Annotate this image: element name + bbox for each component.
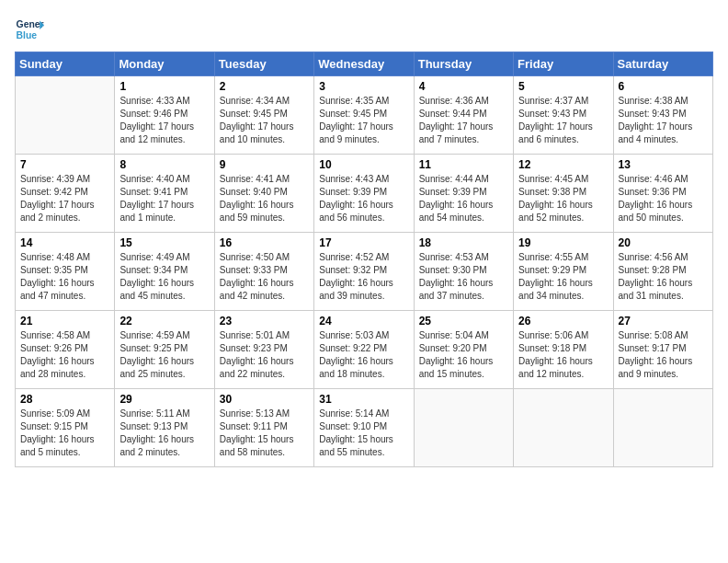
calendar-cell: 7Sunrise: 4:39 AM Sunset: 9:42 PM Daylig…	[16, 155, 115, 233]
day-info: Sunrise: 4:39 AM Sunset: 9:42 PM Dayligh…	[20, 173, 109, 224]
day-number: 18	[419, 236, 508, 249]
calendar-cell: 28Sunrise: 5:09 AM Sunset: 9:15 PM Dayli…	[16, 389, 115, 467]
day-info: Sunrise: 4:43 AM Sunset: 9:39 PM Dayligh…	[319, 173, 408, 224]
calendar-cell	[16, 76, 115, 155]
calendar-week-row: 21Sunrise: 4:58 AM Sunset: 9:26 PM Dayli…	[16, 311, 713, 389]
day-info: Sunrise: 5:03 AM Sunset: 9:22 PM Dayligh…	[319, 329, 408, 381]
day-info: Sunrise: 5:01 AM Sunset: 9:23 PM Dayligh…	[220, 329, 309, 381]
day-info: Sunrise: 4:56 AM Sunset: 9:28 PM Dayligh…	[619, 251, 708, 303]
day-number: 17	[319, 236, 408, 249]
calendar-cell: 3Sunrise: 4:35 AM Sunset: 9:45 PM Daylig…	[314, 76, 414, 155]
day-info: Sunrise: 4:44 AM Sunset: 9:39 PM Dayligh…	[419, 173, 508, 224]
calendar-cell: 25Sunrise: 5:04 AM Sunset: 9:20 PM Dayli…	[414, 311, 513, 389]
day-info: Sunrise: 4:52 AM Sunset: 9:32 PM Dayligh…	[319, 251, 408, 303]
calendar-week-row: 14Sunrise: 4:48 AM Sunset: 9:35 PM Dayli…	[16, 233, 713, 311]
day-info: Sunrise: 5:06 AM Sunset: 9:18 PM Dayligh…	[518, 329, 608, 381]
day-number: 10	[319, 158, 408, 171]
day-info: Sunrise: 4:48 AM Sunset: 9:35 PM Dayligh…	[20, 251, 109, 303]
day-info: Sunrise: 4:59 AM Sunset: 9:25 PM Dayligh…	[119, 329, 209, 381]
day-number: 11	[419, 158, 508, 171]
day-info: Sunrise: 4:58 AM Sunset: 9:26 PM Dayligh…	[20, 329, 109, 381]
svg-text:Blue: Blue	[17, 30, 38, 40]
calendar-cell: 10Sunrise: 4:43 AM Sunset: 9:39 PM Dayli…	[314, 155, 414, 233]
calendar-cell: 21Sunrise: 4:58 AM Sunset: 9:26 PM Dayli…	[16, 311, 115, 389]
calendar-cell: 9Sunrise: 4:41 AM Sunset: 9:40 PM Daylig…	[214, 155, 313, 233]
calendar-cell: 2Sunrise: 4:34 AM Sunset: 9:45 PM Daylig…	[214, 76, 313, 155]
day-info: Sunrise: 4:34 AM Sunset: 9:45 PM Dayligh…	[220, 95, 309, 146]
day-number: 28	[20, 393, 109, 406]
calendar-cell: 29Sunrise: 5:11 AM Sunset: 9:13 PM Dayli…	[115, 389, 214, 467]
day-info: Sunrise: 4:46 AM Sunset: 9:36 PM Dayligh…	[619, 173, 708, 224]
day-info: Sunrise: 4:45 AM Sunset: 9:38 PM Dayligh…	[518, 173, 608, 224]
calendar-cell	[414, 389, 513, 467]
calendar-week-row: 7Sunrise: 4:39 AM Sunset: 9:42 PM Daylig…	[16, 155, 713, 233]
calendar-cell: 19Sunrise: 4:55 AM Sunset: 9:29 PM Dayli…	[514, 233, 613, 311]
day-number: 12	[518, 158, 608, 171]
day-number: 31	[319, 393, 408, 406]
day-number: 6	[619, 80, 708, 93]
day-info: Sunrise: 5:09 AM Sunset: 9:15 PM Dayligh…	[20, 408, 109, 459]
day-info: Sunrise: 5:13 AM Sunset: 9:11 PM Dayligh…	[220, 408, 309, 459]
day-number: 29	[119, 393, 209, 406]
calendar-cell	[613, 389, 712, 467]
day-number: 14	[20, 236, 109, 249]
column-header-saturday: Saturday	[613, 52, 712, 76]
day-info: Sunrise: 4:49 AM Sunset: 9:34 PM Dayligh…	[119, 251, 209, 303]
day-number: 26	[518, 315, 608, 327]
day-number: 21	[20, 315, 109, 327]
calendar-cell: 30Sunrise: 5:13 AM Sunset: 9:11 PM Dayli…	[214, 389, 313, 467]
calendar-cell: 24Sunrise: 5:03 AM Sunset: 9:22 PM Dayli…	[314, 311, 414, 389]
calendar-week-row: 1Sunrise: 4:33 AM Sunset: 9:46 PM Daylig…	[16, 76, 713, 155]
column-header-thursday: Thursday	[414, 52, 513, 76]
day-number: 4	[419, 80, 508, 93]
column-header-sunday: Sunday	[16, 52, 115, 76]
calendar-cell: 11Sunrise: 4:44 AM Sunset: 9:39 PM Dayli…	[414, 155, 513, 233]
day-number: 15	[119, 236, 209, 249]
day-info: Sunrise: 5:08 AM Sunset: 9:17 PM Dayligh…	[619, 329, 708, 381]
day-info: Sunrise: 4:33 AM Sunset: 9:46 PM Dayligh…	[119, 95, 209, 146]
calendar-cell: 16Sunrise: 4:50 AM Sunset: 9:33 PM Dayli…	[214, 233, 313, 311]
day-number: 27	[619, 315, 708, 327]
day-number: 19	[518, 236, 608, 249]
logo: General Blue	[15, 15, 44, 44]
logo-icon: General Blue	[15, 15, 44, 44]
column-header-tuesday: Tuesday	[214, 52, 313, 76]
calendar-cell: 27Sunrise: 5:08 AM Sunset: 9:17 PM Dayli…	[613, 311, 712, 389]
day-number: 20	[619, 236, 708, 249]
day-info: Sunrise: 4:50 AM Sunset: 9:33 PM Dayligh…	[220, 251, 309, 303]
day-info: Sunrise: 4:53 AM Sunset: 9:30 PM Dayligh…	[419, 251, 508, 303]
day-number: 13	[619, 158, 708, 171]
page-header: General Blue	[15, 15, 713, 44]
calendar-cell: 13Sunrise: 4:46 AM Sunset: 9:36 PM Dayli…	[613, 155, 712, 233]
calendar-table: SundayMondayTuesdayWednesdayThursdayFrid…	[15, 52, 713, 467]
calendar-cell: 5Sunrise: 4:37 AM Sunset: 9:43 PM Daylig…	[514, 76, 613, 155]
calendar-cell: 22Sunrise: 4:59 AM Sunset: 9:25 PM Dayli…	[115, 311, 214, 389]
calendar-week-row: 28Sunrise: 5:09 AM Sunset: 9:15 PM Dayli…	[16, 389, 713, 467]
calendar-cell: 17Sunrise: 4:52 AM Sunset: 9:32 PM Dayli…	[314, 233, 414, 311]
calendar-cell: 8Sunrise: 4:40 AM Sunset: 9:41 PM Daylig…	[115, 155, 214, 233]
day-info: Sunrise: 5:14 AM Sunset: 9:10 PM Dayligh…	[319, 408, 408, 459]
day-info: Sunrise: 5:04 AM Sunset: 9:20 PM Dayligh…	[419, 329, 508, 381]
day-number: 24	[319, 315, 408, 327]
day-info: Sunrise: 4:38 AM Sunset: 9:43 PM Dayligh…	[619, 95, 708, 146]
calendar-header-row: SundayMondayTuesdayWednesdayThursdayFrid…	[16, 52, 713, 76]
day-number: 8	[119, 158, 209, 171]
calendar-cell: 26Sunrise: 5:06 AM Sunset: 9:18 PM Dayli…	[514, 311, 613, 389]
calendar-cell: 18Sunrise: 4:53 AM Sunset: 9:30 PM Dayli…	[414, 233, 513, 311]
day-info: Sunrise: 4:40 AM Sunset: 9:41 PM Dayligh…	[119, 173, 209, 224]
calendar-cell: 6Sunrise: 4:38 AM Sunset: 9:43 PM Daylig…	[613, 76, 712, 155]
day-info: Sunrise: 4:55 AM Sunset: 9:29 PM Dayligh…	[518, 251, 608, 303]
calendar-cell: 12Sunrise: 4:45 AM Sunset: 9:38 PM Dayli…	[514, 155, 613, 233]
day-number: 3	[319, 80, 408, 93]
calendar-cell: 20Sunrise: 4:56 AM Sunset: 9:28 PM Dayli…	[613, 233, 712, 311]
day-info: Sunrise: 4:41 AM Sunset: 9:40 PM Dayligh…	[220, 173, 309, 224]
calendar-cell: 23Sunrise: 5:01 AM Sunset: 9:23 PM Dayli…	[214, 311, 313, 389]
calendar-cell	[514, 389, 613, 467]
day-number: 9	[220, 158, 309, 171]
column-header-wednesday: Wednesday	[314, 52, 414, 76]
day-info: Sunrise: 4:36 AM Sunset: 9:44 PM Dayligh…	[419, 95, 508, 146]
day-number: 16	[220, 236, 309, 249]
day-info: Sunrise: 4:35 AM Sunset: 9:45 PM Dayligh…	[319, 95, 408, 146]
day-number: 2	[220, 80, 309, 93]
day-info: Sunrise: 4:37 AM Sunset: 9:43 PM Dayligh…	[518, 95, 608, 146]
